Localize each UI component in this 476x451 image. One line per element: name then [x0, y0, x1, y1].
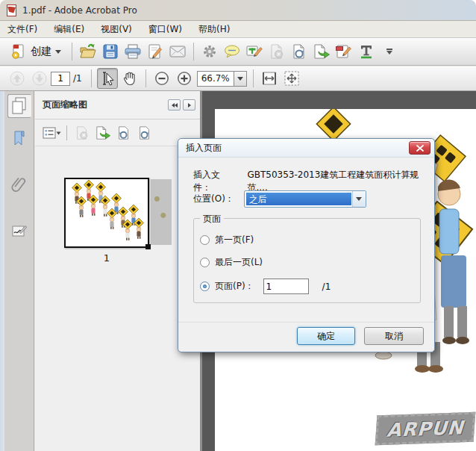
menu-file[interactable]: 文件(F)	[6, 22, 39, 37]
edit-text-icon	[245, 43, 263, 60]
toolbar-separator	[66, 125, 67, 140]
select-tool-icon	[98, 70, 116, 87]
menu-help[interactable]: 帮助(H)	[197, 22, 231, 37]
fit-window-icon	[283, 70, 301, 87]
page-options-group: 页面 第一页(F) 最后一页(L) 页面(P)： /1	[193, 218, 421, 303]
zoom-in-icon	[176, 70, 192, 87]
attachments-panel-button[interactable]	[7, 173, 31, 197]
sign-button[interactable]	[145, 41, 166, 62]
radio-unchecked-icon[interactable]	[200, 258, 210, 267]
edit-page-icon	[335, 43, 353, 60]
expand-panel-button[interactable]	[183, 99, 195, 111]
toolbar-separator	[193, 43, 194, 60]
print-button[interactable]	[122, 41, 143, 62]
thumbnail-resize-handle[interactable]	[145, 244, 151, 249]
last-page-option[interactable]: 最后一页(L)	[200, 256, 263, 269]
export-page-button[interactable]	[311, 41, 332, 62]
dialog-button-row: 确定 取消	[178, 322, 434, 353]
add-text-button[interactable]	[356, 41, 377, 62]
panel-insert-page-button[interactable]	[93, 123, 113, 143]
toolbar-separator	[253, 69, 254, 87]
rotate-ccw-button[interactable]	[113, 123, 134, 143]
comment-icon	[223, 44, 241, 59]
page-number-input[interactable]	[51, 72, 70, 86]
pages-panel-header: 页面缩略图	[35, 91, 200, 119]
dialog-title: 插入页面	[186, 142, 222, 155]
signature-icon	[10, 223, 28, 240]
select-tool-button[interactable]	[97, 68, 118, 89]
location-row: 位置(O)： 之后	[193, 190, 366, 208]
save-button[interactable]	[100, 41, 121, 62]
cancel-button[interactable]: 取消	[364, 327, 424, 345]
panel-delete-page-button	[72, 123, 93, 143]
prev-page-icon	[9, 70, 25, 87]
first-page-option[interactable]: 第一页(F)	[200, 234, 254, 246]
page-navigation-toolbar: /1 66.7%	[0, 66, 476, 91]
chevron-down-icon	[55, 50, 61, 54]
thumbnail-preview	[66, 179, 148, 246]
toolbar-overflow-button[interactable]	[383, 46, 395, 57]
location-dropdown[interactable]: 之后	[244, 190, 366, 208]
pdf-file-icon	[6, 4, 18, 16]
menu-window[interactable]: 窗口(W)	[147, 22, 184, 37]
replace-page-button[interactable]	[289, 41, 310, 62]
specific-page-label: 页面(P)：	[215, 280, 254, 293]
insert-pages-dialog: 插入页面 插入文件： GBT50353-2013建筑工程建筑面积计算规范....…	[178, 138, 435, 352]
zoom-in-button[interactable]	[174, 68, 195, 89]
dialog-page-number-input[interactable]	[263, 279, 309, 294]
gear-icon	[201, 43, 218, 60]
edit-page-button[interactable]	[333, 41, 354, 62]
ok-button-label: 确定	[317, 330, 335, 343]
navigation-rail	[4, 91, 34, 451]
fit-width-button[interactable]	[259, 68, 280, 89]
next-page-button	[29, 68, 50, 89]
toolbar-separator	[91, 69, 92, 87]
zoom-level-value[interactable]: 66.7%	[197, 71, 234, 87]
cancel-button-label: 取消	[385, 330, 403, 343]
ok-button[interactable]: 确定	[297, 327, 355, 345]
thumbnail-list: 1	[35, 146, 200, 451]
panel-options-button[interactable]	[41, 123, 62, 143]
signatures-panel-button[interactable]	[7, 220, 31, 243]
location-selected-value: 之后	[246, 193, 351, 205]
menu-edit[interactable]: 编辑(E)	[52, 22, 86, 37]
radio-checked-icon[interactable]	[200, 282, 210, 291]
comment-button[interactable]	[222, 41, 242, 62]
title-bar: 1.pdf - Adobe Acrobat Pro	[0, 0, 476, 21]
rotate-cw-button[interactable]	[134, 123, 155, 143]
zoom-dropdown-button[interactable]	[234, 71, 247, 87]
pages-panel: 页面缩略图	[35, 91, 200, 451]
overflow-chevron-icon	[386, 49, 392, 50]
dialog-title-bar[interactable]: 插入页面	[178, 139, 434, 158]
collapse-panel-button[interactable]	[168, 99, 181, 111]
settings-button[interactable]	[199, 41, 220, 62]
dropdown-arrow-button[interactable]	[352, 191, 366, 207]
group-title: 页面	[200, 213, 224, 226]
first-page-label: 第一页(F)	[215, 234, 254, 246]
window-title: 1.pdf - Adobe Acrobat Pro	[22, 5, 137, 16]
bookmarks-panel-button[interactable]	[7, 127, 31, 151]
fit-width-icon	[260, 70, 278, 87]
menu-view[interactable]: 视图(V)	[99, 22, 134, 37]
create-pdf-button[interactable]: 创建	[4, 40, 67, 63]
dialog-page-count-label: /1	[322, 282, 331, 292]
open-button[interactable]	[78, 41, 98, 62]
pages-panel-toolbar	[35, 119, 200, 146]
zoom-out-button[interactable]	[151, 68, 172, 89]
radio-unchecked-icon[interactable]	[200, 235, 210, 245]
hand-tool-button[interactable]	[119, 68, 140, 89]
fit-window-button[interactable]	[281, 68, 302, 89]
toolbar-separator	[145, 69, 146, 87]
page-1-thumbnail[interactable]	[64, 178, 149, 248]
sign-icon	[147, 43, 163, 60]
email-button[interactable]	[167, 41, 188, 62]
chevron-down-icon	[356, 197, 362, 201]
pages-panel-button[interactable]	[7, 94, 31, 118]
next-page-icon	[31, 70, 48, 87]
edit-text-button[interactable]	[244, 41, 265, 62]
bookmark-icon	[11, 129, 28, 149]
menu-bar: 文件(F) 编辑(E) 视图(V) 窗口(W) 帮助(H)	[0, 21, 476, 37]
toolbar-separator	[72, 43, 72, 60]
dialog-close-button[interactable]	[409, 141, 430, 155]
specific-page-option[interactable]: 页面(P)： /1	[200, 279, 331, 294]
